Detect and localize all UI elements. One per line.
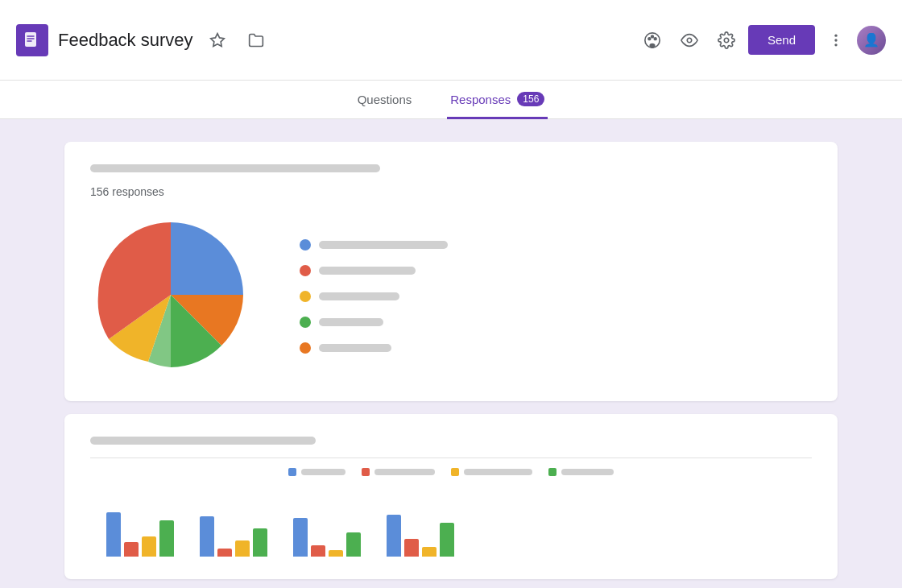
svg-marker-4 bbox=[210, 33, 224, 46]
tab-questions-label: Questions bbox=[358, 93, 412, 106]
bar-3-blue bbox=[387, 515, 401, 557]
bar-legend-label-1 bbox=[374, 469, 435, 475]
bar-legend-square-red bbox=[362, 468, 370, 476]
bar-1-yellow bbox=[235, 540, 250, 557]
legend-item-0 bbox=[300, 239, 812, 251]
bar-legend-label-2 bbox=[464, 469, 532, 475]
bar-2-yellow bbox=[329, 550, 343, 557]
bar-2-red bbox=[311, 545, 325, 557]
bar-legend-label-0 bbox=[301, 469, 345, 475]
svg-point-6 bbox=[648, 37, 651, 39]
bar-legend-label-3 bbox=[561, 469, 614, 475]
bar-0-yellow bbox=[142, 536, 156, 557]
legend-label-0 bbox=[319, 241, 448, 249]
svg-point-11 bbox=[834, 34, 837, 36]
svg-rect-0 bbox=[25, 32, 36, 47]
svg-point-13 bbox=[834, 43, 837, 46]
main-content: 156 responses bbox=[0, 119, 902, 588]
responses-count: 156 responses bbox=[90, 185, 812, 198]
more-button[interactable] bbox=[821, 26, 850, 55]
divider bbox=[90, 458, 812, 458]
bar-legend bbox=[90, 468, 812, 476]
legend-dot-orange bbox=[300, 342, 311, 354]
chart-area bbox=[90, 214, 812, 379]
bar-1-red bbox=[217, 549, 232, 557]
bar-question-title bbox=[90, 437, 316, 445]
legend-dot-blue bbox=[300, 239, 311, 251]
folder-button[interactable] bbox=[242, 26, 271, 55]
legend-item-3 bbox=[300, 317, 812, 328]
legend-dot-green bbox=[300, 317, 311, 328]
bar-1-blue bbox=[200, 516, 214, 557]
bar-2-blue bbox=[293, 518, 308, 557]
bar-1-green bbox=[253, 528, 267, 557]
pie-legend bbox=[300, 239, 812, 354]
bar-legend-item-2 bbox=[451, 468, 532, 476]
bar-2-green bbox=[346, 532, 361, 557]
question-title-bar bbox=[90, 164, 380, 172]
bar-legend-item-3 bbox=[548, 468, 614, 476]
tabs-bar: Questions Responses 156 bbox=[0, 81, 902, 119]
bar-chart-card bbox=[64, 414, 838, 579]
header: Feedback survey bbox=[0, 0, 902, 81]
bar-3-yellow bbox=[422, 547, 437, 557]
settings-button[interactable] bbox=[711, 25, 742, 56]
preview-button[interactable] bbox=[674, 25, 705, 56]
bar-group-0 bbox=[106, 512, 174, 557]
tab-responses-label: Responses bbox=[450, 93, 511, 106]
pie-chart-card: 156 responses bbox=[64, 142, 838, 401]
svg-point-7 bbox=[652, 35, 654, 38]
page-title: Feedback survey bbox=[58, 30, 193, 51]
svg-point-12 bbox=[834, 39, 837, 41]
avatar-image: 👤 bbox=[857, 26, 886, 55]
svg-point-8 bbox=[654, 37, 656, 39]
bar-chart bbox=[90, 492, 812, 557]
bar-legend-item-0 bbox=[288, 468, 345, 476]
avatar[interactable]: 👤 bbox=[857, 26, 886, 55]
responses-badge: 156 bbox=[517, 92, 544, 106]
svg-point-9 bbox=[687, 38, 692, 43]
bar-3-red bbox=[404, 539, 419, 557]
legend-dot-red bbox=[300, 265, 311, 276]
bar-legend-square-yellow bbox=[451, 468, 459, 476]
legend-item-2 bbox=[300, 291, 812, 302]
tab-questions[interactable]: Questions bbox=[354, 81, 416, 119]
bar-legend-square-blue bbox=[288, 468, 296, 476]
legend-label-2 bbox=[319, 292, 399, 300]
bar-0-blue bbox=[106, 512, 121, 557]
bar-group-3 bbox=[387, 515, 454, 557]
pie-chart bbox=[90, 214, 251, 379]
bar-legend-item-1 bbox=[362, 468, 435, 476]
header-left: Feedback survey bbox=[16, 24, 637, 56]
star-button[interactable] bbox=[203, 26, 232, 55]
bar-legend-square-green bbox=[548, 468, 557, 476]
bar-group-1 bbox=[200, 516, 267, 557]
legend-item-1 bbox=[300, 265, 812, 276]
forms-doc-icon bbox=[16, 24, 48, 56]
legend-label-4 bbox=[319, 344, 391, 352]
legend-label-3 bbox=[319, 318, 383, 326]
tab-responses[interactable]: Responses 156 bbox=[447, 81, 548, 119]
legend-label-1 bbox=[319, 267, 416, 275]
bar-group-2 bbox=[293, 518, 361, 557]
legend-item-4 bbox=[300, 342, 812, 354]
bar-0-green bbox=[159, 520, 174, 557]
header-right: Send 👤 bbox=[637, 25, 886, 56]
send-button[interactable]: Send bbox=[748, 25, 815, 55]
palette-button[interactable] bbox=[637, 25, 668, 56]
bar-0-red bbox=[124, 542, 139, 557]
legend-dot-yellow bbox=[300, 291, 311, 302]
bar-3-green bbox=[440, 523, 454, 557]
svg-point-10 bbox=[724, 38, 729, 43]
